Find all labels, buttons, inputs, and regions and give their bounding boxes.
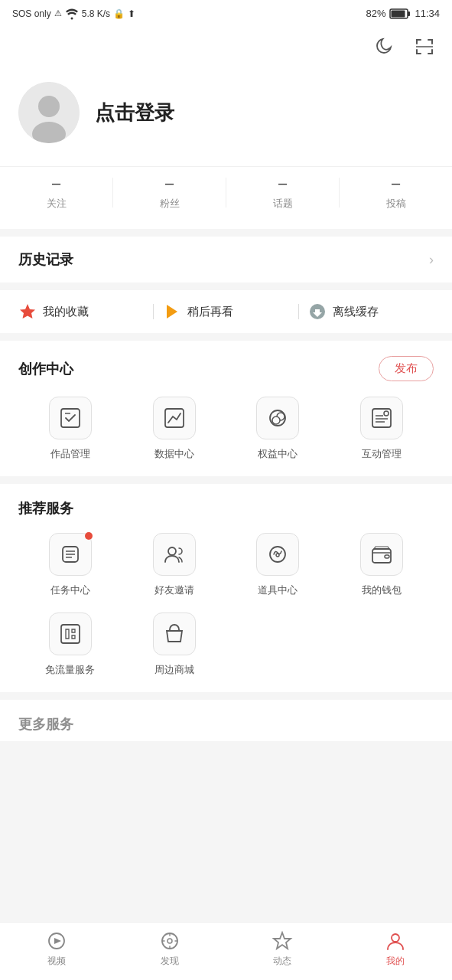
svg-rect-3 [392,10,405,17]
discover-nav-label: 发现 [161,955,179,968]
data-label: 数据中心 [154,447,194,461]
svg-point-17 [272,416,280,424]
bottom-more-section: 更多服务 [0,700,452,741]
upload-icon: ⬆ [128,8,135,19]
activity-nav-label: 动态 [273,955,291,968]
interaction-icon [360,397,403,439]
props-item[interactable]: 道具中心 [226,533,330,597]
props-label: 道具中心 [258,583,298,597]
watch-later-label: 稍后再看 [187,305,233,319]
discover-icon [159,930,180,952]
rights-item[interactable]: 权益中心 [226,397,330,461]
friends-label: 好友邀请 [154,583,194,597]
profile-nav-label: 我的 [386,955,405,968]
status-bar: SOS only ⚠ 5.8 K/s 🔒 ⬆ 82% 11:34 [0,0,452,27]
avatar [18,82,80,143]
stat-post[interactable]: – 投稿 [340,175,452,211]
friends-icon [153,533,196,576]
free-traffic-icon [49,612,92,655]
interaction-label: 互动管理 [362,447,402,461]
wallet-label: 我的钱包 [362,583,402,597]
time-display: 11:34 [415,8,440,19]
svg-rect-30 [372,549,391,563]
creation-grid: 作品管理 数据中心 权益中心 [18,397,434,461]
merch-label: 周边商城 [154,663,194,677]
rights-label: 权益中心 [258,447,298,461]
login-button[interactable]: 点击登录 [95,100,174,126]
status-right: 82% 11:34 [366,8,440,19]
svg-point-36 [167,939,172,943]
interaction-item[interactable]: 互动管理 [330,397,434,461]
publish-button[interactable]: 发布 [379,356,434,381]
lock-icon: 🔒 [113,8,125,19]
offline-icon [308,302,327,321]
topic-value: – [278,175,287,192]
wallet-item[interactable]: 我的钱包 [330,533,434,597]
divider-1 [153,304,154,319]
wallet-icon [360,533,403,576]
speed-text: 5.8 K/s [82,8,110,19]
night-mode-button[interactable] [372,34,397,59]
fans-label: 粉丝 [160,197,180,211]
svg-point-19 [384,411,389,416]
rights-icon [256,397,299,439]
watch-later-link[interactable]: 稍后再看 [163,302,288,321]
svg-point-6 [38,96,60,117]
works-item[interactable]: 作品管理 [18,397,122,461]
friends-item[interactable]: 好友邀请 [122,533,226,597]
history-section[interactable]: 历史记录 › [0,237,452,283]
status-left: SOS only ⚠ 5.8 K/s 🔒 ⬆ [12,8,135,19]
svg-marker-9 [167,305,177,318]
nav-activity[interactable]: 动态 [226,930,340,968]
data-item[interactable]: 数据中心 [122,397,226,461]
profile-icon [385,930,406,952]
stats-row: – 关注 – 粉丝 – 话题 – 投稿 [0,166,452,229]
bottom-nav: 视频 发现 动态 我的 [0,922,452,980]
badge-dot [85,532,93,540]
star-icon [18,302,37,321]
services-title: 推荐服务 [18,499,434,518]
merch-item[interactable]: 周边商城 [122,612,226,677]
favorites-label: 我的收藏 [43,305,89,319]
profile-section[interactable]: 点击登录 [0,67,452,166]
history-title: 历史记录 [18,250,73,269]
follow-value: – [52,175,60,192]
scan-button[interactable] [412,34,437,59]
creation-section: 创作中心 发布 作品管理 数据中心 [0,341,452,476]
nav-profile[interactable]: 我的 [339,930,452,968]
works-icon [49,397,92,439]
svg-rect-32 [61,625,80,643]
data-icon [153,397,196,439]
post-label: 投稿 [386,197,406,211]
offline-label: 离线缓存 [333,305,379,319]
svg-marker-8 [20,304,35,318]
svg-point-27 [168,547,176,555]
svg-rect-12 [61,409,80,427]
creation-title: 创作中心 [18,360,73,378]
history-chevron-icon: › [429,252,434,268]
stat-topic[interactable]: – 话题 [226,175,339,211]
task-item[interactable]: 任务中心 [18,533,122,597]
svg-marker-37 [274,933,291,949]
merch-icon [153,612,196,655]
svg-point-28 [270,547,285,562]
favorites-link[interactable]: 我的收藏 [18,302,144,321]
svg-point-38 [392,934,399,942]
task-icon [49,533,92,576]
quick-links: 我的收藏 稍后再看 离线缓存 [0,290,452,333]
svg-point-0 [70,17,73,19]
nav-video[interactable]: 视频 [0,930,113,968]
creation-header: 创作中心 发布 [18,356,434,381]
more-services-title: 更多服务 [18,717,73,732]
props-icon [256,533,299,576]
warning-icon: ⚠ [54,8,62,18]
services-grid: 任务中心 好友邀请 道具中心 [18,533,434,677]
free-traffic-item[interactable]: 免流量服务 [18,612,122,677]
stat-follow[interactable]: – 关注 [0,175,112,211]
offline-link[interactable]: 离线缓存 [308,302,434,321]
stat-fans[interactable]: – 粉丝 [113,175,226,211]
divider-2 [298,304,299,319]
task-label: 任务中心 [50,583,90,597]
nav-discover[interactable]: 发现 [113,930,226,968]
battery-icon [390,8,410,19]
